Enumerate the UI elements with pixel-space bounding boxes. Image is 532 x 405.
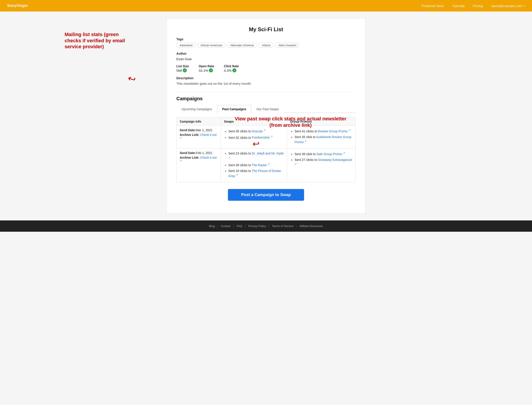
description-text: This newsletter goes out on the 1st of e… bbox=[176, 82, 356, 85]
divider bbox=[176, 92, 356, 92]
nav-pricing[interactable]: Pricing bbox=[473, 4, 483, 8]
external-link-icon-0: ↗ bbox=[180, 136, 182, 139]
tags-label: Tags bbox=[176, 37, 356, 41]
swap-item-0-0: Sent 35 clicks to Dracula ↗ bbox=[228, 128, 284, 134]
promo-item-0-1: Sent 35 click to Audiobook Review Group … bbox=[295, 135, 352, 145]
swap-item-1-0: Sent 23 clicks to Dr. Jekyll and Mr. Hyd… bbox=[228, 151, 284, 161]
stat-list-size: List Size 568 ✓ bbox=[176, 64, 189, 72]
navbar-links: Preferred Store Tutorials Pricing name@e… bbox=[422, 4, 525, 8]
post-button-wrapper: Post a Campaign to Swap bbox=[176, 189, 356, 201]
external-link-icon-1: ↗ bbox=[180, 159, 182, 162]
tab-our-past-swaps[interactable]: Our Past Swaps bbox=[251, 105, 284, 113]
footer-affiliate[interactable]: Affiliate Disclosure bbox=[299, 224, 323, 228]
navbar-brand: StoryOrigin bbox=[7, 4, 28, 8]
ext-icon-swap-1-2: ↗ bbox=[236, 174, 238, 176]
tag-advice: Advice bbox=[259, 43, 274, 48]
swap-link-0-0[interactable]: Dracula ↗ bbox=[252, 129, 265, 133]
footer-tos[interactable]: Terms of Service bbox=[272, 224, 293, 228]
ext-icon-promo-0-1: ↗ bbox=[304, 140, 307, 142]
table-header-campaign-info: Campaign Info bbox=[177, 117, 221, 126]
author-name: Evan Gow bbox=[176, 57, 356, 61]
annotation-center: View past swap click stats and actual ne… bbox=[233, 116, 348, 128]
table-row-1-info: Send Date:Feb 1, 2021 Archive Link: Chec… bbox=[177, 148, 221, 182]
table-row-1-promos: Sent 39 click to Sale Group Promo ↗Sent … bbox=[287, 148, 356, 182]
navbar: StoryOrigin Preferred Store Tutorials Pr… bbox=[0, 0, 532, 12]
table-row-0-info: Send Date:Mar 1, 2021 Archive Link: Chec… bbox=[177, 126, 221, 148]
stat-open-rate: Open Rate 32.1% ✓ bbox=[199, 64, 214, 72]
author-section: Author Evan Gow bbox=[176, 52, 356, 61]
campaign-send-date-1: Send Date:Feb 1, 2021 bbox=[180, 151, 217, 155]
stats-row: List Size 568 ✓ Open Rate 32.1% ✓ Click … bbox=[176, 64, 356, 72]
promo-item-1-0: Sent 39 click to Sale Group Promo ↗ bbox=[295, 151, 352, 156]
tag-alternate-universe: Alternate Universe bbox=[227, 43, 257, 48]
nav-preferred-store[interactable]: Preferred Store bbox=[422, 4, 444, 8]
description-label: Description bbox=[176, 76, 356, 80]
footer-contact[interactable]: Contact bbox=[221, 224, 231, 228]
list-size-check-icon: ✓ bbox=[183, 68, 187, 72]
list-size-label: List Size bbox=[176, 64, 189, 68]
ext-icon-promo-0-0: ↗ bbox=[349, 129, 350, 131]
list-size-value: 568 ✓ bbox=[176, 68, 189, 72]
table-row-1-swaps: Sent 23 clicks to Dr. Jekyll and Mr. Hyd… bbox=[221, 148, 287, 182]
footer-privacy[interactable]: Privacy Policy bbox=[248, 224, 266, 228]
promo-link-1-0[interactable]: Sale Group Promo ↗ bbox=[317, 152, 345, 156]
nav-tutorials[interactable]: Tutorials bbox=[452, 4, 465, 8]
promo-link-1-1[interactable]: Giveaway Extravaganza! ↗ bbox=[295, 158, 352, 167]
stat-click-rate: Click Rate 4.3% ✓ bbox=[224, 64, 239, 72]
click-rate-check-icon: ✓ bbox=[232, 68, 236, 72]
open-rate-check-icon: ✓ bbox=[209, 68, 213, 72]
tab-upcoming-campaigns[interactable]: Upcoming Campaigns bbox=[176, 105, 217, 113]
swap-link-1-0[interactable]: Dr. Jekyll and Mr. Hyde ↗ bbox=[228, 152, 284, 161]
navbar-user-menu[interactable]: name@example.com ▾ bbox=[491, 4, 525, 8]
ext-icon-swap-1-0: ↗ bbox=[228, 156, 230, 159]
campaign-archive-0: Archive Link: Check it out ↗ bbox=[180, 133, 217, 141]
swap-item-1-1: Sent 28 clicks to The Raven ↗ bbox=[228, 162, 284, 168]
tags-row: Adventure African American Alternate Uni… bbox=[176, 43, 356, 48]
author-label: Author bbox=[176, 52, 356, 55]
annotation-arrow-2-icon: ↪ bbox=[252, 139, 260, 149]
swap-item-1-2: Sent 19 clicks to The Picture of Dorian … bbox=[228, 169, 284, 179]
post-campaign-button[interactable]: Post a Campaign to Swap bbox=[228, 189, 304, 201]
navbar-caret-icon: ▾ bbox=[524, 4, 525, 7]
footer: Blog | Contact | FAQ | Privacy Policy | … bbox=[0, 220, 532, 232]
click-rate-value: 4.3% ✓ bbox=[224, 68, 239, 72]
annotation-left: Mailing list stats (green checks if veri… bbox=[65, 31, 127, 50]
description-section: Description This newsletter goes out on … bbox=[176, 76, 356, 85]
campaign-send-date-0: Send Date:Mar 1, 2021 bbox=[180, 128, 217, 132]
click-rate-label: Click Rate bbox=[224, 64, 239, 68]
campaigns-heading: Campaigns bbox=[176, 96, 356, 101]
tag-african-american: African American bbox=[197, 43, 225, 48]
swap-link-1-1[interactable]: The Raven ↗ bbox=[252, 163, 270, 167]
campaign-archive-1: Archive Link: Check it out ↗ bbox=[180, 156, 217, 163]
footer-links: Blog | Contact | FAQ | Privacy Policy | … bbox=[207, 224, 325, 228]
annotation-arrow-1-icon: ↪ bbox=[126, 72, 137, 85]
promo-link-0-1[interactable]: Audiobook Review Group Promo ↗ bbox=[295, 135, 351, 144]
open-rate-value: 32.1% ✓ bbox=[199, 68, 214, 72]
ext-icon-swap-1-1: ↗ bbox=[268, 163, 270, 165]
table-row-0-promos: Sent 41 clicks to Review Group Promo ↗Se… bbox=[287, 126, 356, 148]
ext-icon-promo-1-1: ↗ bbox=[295, 163, 296, 165]
tab-past-campaigns[interactable]: Past Campaigns bbox=[217, 105, 251, 113]
campaigns-tabs: Upcoming Campaigns Past Campaigns Our Pa… bbox=[176, 105, 356, 113]
promo-item-0-0: Sent 41 clicks to Review Group Promo ↗ bbox=[295, 128, 352, 134]
ext-icon-swap-0-0: ↗ bbox=[263, 129, 265, 131]
promo-link-0-0[interactable]: Review Group Promo ↗ bbox=[318, 129, 350, 133]
tag-adventure: Adventure bbox=[176, 43, 196, 48]
outer-wrapper: Mailing list stats (green checks if veri… bbox=[133, 18, 399, 214]
promo-item-1-1: Sent 27 clicks to Giveaway Extravaganza!… bbox=[295, 158, 352, 168]
ext-icon-swap-0-1: ↗ bbox=[271, 135, 273, 138]
footer-faq[interactable]: FAQ bbox=[236, 224, 242, 228]
navbar-user-email: name@example.com bbox=[491, 4, 522, 8]
swap-link-1-2[interactable]: The Picture of Dorian Gray ↗ bbox=[228, 169, 281, 178]
footer-blog[interactable]: Blog bbox=[209, 224, 215, 228]
page-wrapper: View past swap click stats and actual ne… bbox=[166, 18, 366, 214]
page-title: My Sci-Fi List bbox=[176, 26, 356, 33]
ext-icon-promo-1-0: ↗ bbox=[343, 152, 345, 154]
open-rate-label: Open Rate bbox=[199, 64, 214, 68]
swap-link-0-1[interactable]: Frankenstein ↗ bbox=[252, 136, 273, 139]
tag-alien-invasion: Alien Invasion bbox=[276, 43, 300, 48]
